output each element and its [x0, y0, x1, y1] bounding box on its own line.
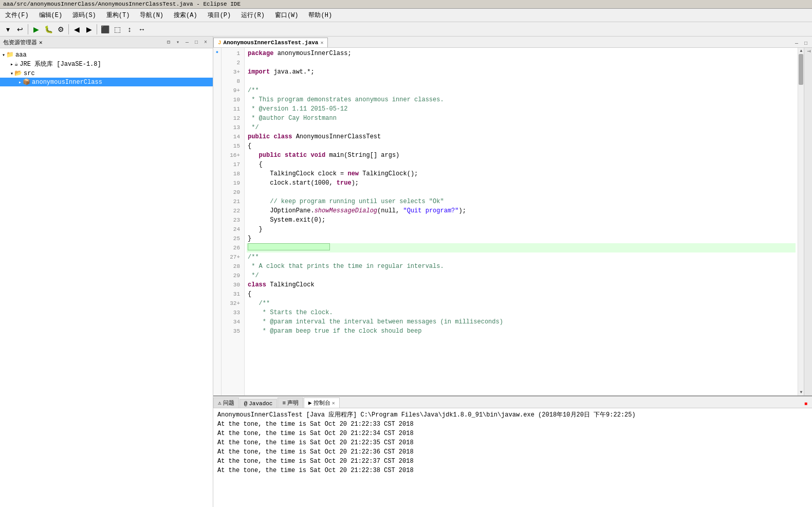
pkg-menu-btn[interactable]: ▾: [174, 38, 182, 46]
pkg-max-btn[interactable]: □: [192, 38, 200, 46]
menu-item-导航(N)[interactable]: 导航(N): [137, 10, 167, 21]
code-line-18: TalkingClock clock = new TalkingClock();: [247, 169, 796, 178]
menu-item-项目(P)[interactable]: 项目(P): [205, 10, 234, 21]
console-stop-btn[interactable]: ■: [802, 400, 810, 408]
menu-item-帮助(H)[interactable]: 帮助(H): [305, 10, 335, 21]
pkg-min-btn[interactable]: —: [183, 38, 191, 46]
line-num-14: 14: [224, 132, 240, 141]
toolbar-btn-1[interactable]: ▾: [2, 24, 13, 35]
code-line-29: */: [247, 271, 796, 280]
menu-item-重构(T)[interactable]: 重构(T): [103, 10, 133, 21]
toolbar-btn-4[interactable]: ◀: [71, 24, 82, 35]
line-num-27: 27+: [224, 252, 240, 262]
editor-scrollbar[interactable]: ▲ ▼: [798, 48, 804, 395]
pkg-explorer-title: 包资源管理器: [3, 39, 37, 46]
bottom-tab-declaration[interactable]: ≡ 声明: [278, 397, 303, 408]
arrow-aaa[interactable]: ▾: [2, 52, 5, 58]
line-num-15: 15: [224, 141, 240, 151]
toolbar-btn-6[interactable]: ⬛: [99, 24, 110, 35]
toolbar-btn-5[interactable]: ▶: [83, 24, 95, 35]
line-num-33: 33: [224, 308, 240, 317]
toolbar: ▾ ↩ ▶ 🐛 ⚙ ◀ ▶ ⬛ ⬚ ↕ ↔: [0, 22, 812, 37]
code-line-30: class TalkingClock: [247, 280, 796, 289]
editor-max-btn[interactable]: □: [802, 39, 810, 47]
src-icon: 📂: [14, 69, 22, 77]
code-line-3: import java.awt.*;: [247, 67, 796, 77]
tab-java-icon: J: [218, 40, 222, 46]
bottom-tab-console[interactable]: ▶ 控制台 ✕: [304, 397, 340, 408]
main-layout: 包资源管理器 ✕ ⊟ ▾ — □ × ▾ 📁 aaa ▸ ☕ JRE 系统: [0, 37, 812, 507]
menu-item-编辑(E)[interactable]: 编辑(E): [36, 10, 66, 21]
arrow-pkg[interactable]: ▸: [19, 79, 22, 85]
scroll-track[interactable]: [798, 54, 804, 389]
editor-tabs: J AnonymousInnerClassTest.java ✕ — □: [213, 37, 812, 48]
code-line-19: clock.start(1000, true);: [247, 178, 796, 188]
console-output: AnonymousInnerClassTest [Java 应用程序] C:\P…: [213, 408, 812, 507]
line-numbers: 123+89+10111213141516+171819202122232425…: [222, 48, 245, 395]
code-line-27: /**: [247, 252, 796, 262]
line-num-22: 22: [224, 206, 240, 215]
toolbar-btn-9[interactable]: ↔: [136, 24, 147, 35]
code-line-2: [247, 58, 796, 67]
tree-item-jre[interactable]: ▸ ☕ JRE 系统库 [JavaSE-1.8]: [0, 59, 213, 69]
line-num-35: 35: [224, 327, 240, 336]
console-tab-close[interactable]: ✕: [332, 400, 335, 406]
right-side-tabs: T: [804, 48, 812, 395]
toolbar-btn-7[interactable]: ⬚: [112, 24, 123, 35]
toolbar-btn-3[interactable]: ⚙: [55, 24, 66, 35]
bottom-panel: ⚠ 问题 @ Javadoc ≡ 声明 ▶ 控制台 ✕ ■: [213, 395, 812, 507]
tab-close-btn[interactable]: ✕: [320, 40, 323, 46]
pkg-collapse-btn[interactable]: ⊟: [164, 38, 173, 46]
code-line-17: {: [247, 160, 796, 169]
pkg-explorer-x[interactable]: ✕: [39, 39, 43, 46]
line-num-21: 21: [224, 197, 240, 206]
menu-item-运行(R)[interactable]: 运行(R): [238, 10, 268, 21]
line-num-31: 31: [224, 289, 240, 299]
bottom-tab-javadoc[interactable]: @ Javadoc: [239, 399, 278, 408]
arrow-jre[interactable]: ▸: [10, 61, 13, 67]
tree-item-aaa[interactable]: ▾ 📁 aaa: [0, 50, 213, 59]
tree-label-pkg: anonymousInnerClass: [32, 79, 102, 86]
left-panel: 包资源管理器 ✕ ⊟ ▾ — □ × ▾ 📁 aaa ▸ ☕ JRE 系统: [0, 37, 213, 507]
toolbar-btn-8[interactable]: ↕: [124, 24, 135, 35]
menu-item-窗口(W)[interactable]: 窗口(W): [272, 10, 302, 21]
code-line-35: * @param beep true if the clock should b…: [247, 327, 796, 336]
line-num-2: 2: [224, 58, 240, 67]
line-num-34: 34: [224, 317, 240, 327]
declaration-label: 声明: [287, 399, 299, 407]
tree-item-src[interactable]: ▾ 📂 src: [0, 69, 213, 78]
console-line: At the tone, the time is Sat Oct 20 21:2…: [217, 447, 808, 457]
code-line-32: /**: [247, 299, 796, 308]
toolbar-debug[interactable]: 🐛: [43, 24, 54, 35]
line-num-12: 12: [224, 114, 240, 123]
console-line: At the tone, the time is Sat Oct 20 21:2…: [217, 457, 808, 466]
console-line: At the tone, the time is Sat Oct 20 21:2…: [217, 438, 808, 447]
toolbar-btn-2[interactable]: ↩: [14, 24, 26, 35]
code-area[interactable]: package anonymousInnerClass;import java.…: [245, 48, 798, 395]
menu-item-文件(F)[interactable]: 文件(F): [2, 10, 32, 21]
tree-label-aaa: aaa: [15, 51, 27, 59]
console-label: 控制台: [313, 399, 330, 407]
menu-item-搜索(A)[interactable]: 搜索(A): [171, 10, 200, 21]
tree-item-pkg[interactable]: ▸ 📦 anonymousInnerClass: [0, 78, 213, 86]
empty-line-input[interactable]: [248, 243, 330, 250]
scroll-thumb[interactable]: [799, 54, 803, 85]
line-num-3: 3+: [224, 67, 240, 77]
menu-item-源码(S)[interactable]: 源码(S): [69, 10, 99, 21]
line-num-26: 26: [224, 243, 240, 252]
line-num-19: 19: [224, 178, 240, 188]
code-line-21: // keep program running until user selec…: [247, 197, 796, 206]
editor-min-btn[interactable]: —: [792, 39, 801, 47]
code-line-31: {: [247, 289, 796, 299]
pkg-close-btn[interactable]: ×: [201, 38, 210, 46]
editor-tab-main[interactable]: J AnonymousInnerClassTest.java ✕: [213, 38, 328, 47]
code-line-10: * This program demonstrates anonymous in…: [247, 95, 796, 104]
line-num-29: 29: [224, 271, 240, 280]
line-num-32: 32+: [224, 299, 240, 308]
arrow-src[interactable]: ▾: [10, 70, 13, 77]
javadoc-label: Javadoc: [249, 401, 272, 407]
bottom-tab-problems[interactable]: ⚠ 问题: [213, 397, 239, 408]
toolbar-run[interactable]: ▶: [30, 24, 42, 35]
package-tree: ▾ 📁 aaa ▸ ☕ JRE 系统库 [JavaSE-1.8] ▾ 📂 src…: [0, 48, 213, 507]
line-num-24: 24: [224, 225, 240, 234]
